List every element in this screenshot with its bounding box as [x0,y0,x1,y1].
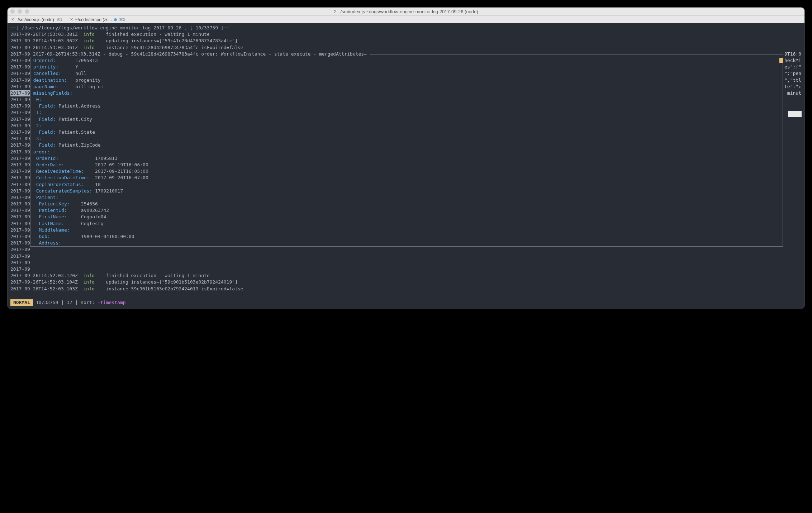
detail-row: Field: Patient.City [33,116,780,123]
gutter-timestamp: 2017-09 [10,181,30,188]
terminal-content[interactable]: ──[ /Users/fcoury/logs/workflow-engine-m… [8,23,804,309]
detail-row: 1: [33,109,780,116]
titlebar[interactable]: 2. ./src/index.js ~/logs/workflow-engine… [8,8,804,15]
gutter-timestamp: 2017-09 [10,129,30,136]
gutter-timestamp: 2017-09 [10,162,30,168]
gutter-timestamp: 2017-09 [10,220,30,227]
peek-fragment: 9T16:0 [784,51,802,57]
detail-panel: 2017-09-26T14:53:03.314Z - debug - 59c41… [30,51,783,272]
gutter-timestamp: 2017-09 [10,260,30,266]
detail-row: ReceivedDateTime: 2017-09-21T16:05:00 [33,168,780,175]
gutter-timestamp: 2017-09 [10,51,30,57]
gutter-timestamp: 2017-09 [10,175,30,181]
tab-shortcut: ⌘2 [119,17,125,22]
gutter-timestamp: 2017-09 [10,227,30,233]
detail-row: destination: progenity [33,77,780,84]
gutter-timestamp: 2017-09 [10,84,30,90]
top-log-lines: 2017-09-26T14:53:03.381Z info finished e… [10,31,802,51]
gutter: 2017-092017-092017-092017-092017-092017-… [10,51,30,272]
peek-fragment: heckMi [784,57,802,64]
peek-fragment: te":"c [784,84,802,90]
tab-label: ~/code/tempo (zs... [75,17,112,22]
detail-row: CopiaOrderStatus: 10 [33,181,780,188]
scrollbar-thumb[interactable] [779,58,783,63]
gutter-timestamp: 2017-09 [10,168,30,175]
detail-row: OrderDate: 2017-09-19T16:06:00 [33,162,780,168]
detail-row: 2: [33,123,780,129]
detail-row: ConcatenatedSamples: 1709210017 [33,188,780,194]
gutter-timestamp: 2017-09 [10,149,30,155]
gutter-timestamp: 2017-09 [10,266,30,272]
tab-shortcut: ⌘1 [56,17,62,22]
gutter-timestamp: 2017-09 [10,64,30,70]
gutter-timestamp: 2017-09 [10,90,30,96]
log-line: 2017-09-26T14:53:03.381Z info finished e… [10,31,802,38]
tab-code-tempo[interactable]: ✕ ~/code/tempo (zs... ⌘2 [66,16,129,23]
detail-row: Field: Patient.Address [33,103,780,109]
gutter-timestamp: 2017-09 [10,96,30,103]
bottom-log-lines: 2017-09-26T14:52:03.120Z info finished e… [10,272,802,292]
vim-mode: NORMAL [10,299,33,306]
detail-row: PatientKey: 254656 [33,201,780,207]
log-line: 2017-09-26T14:52:03.104Z info updating i… [10,279,802,285]
detail-row: priority: Y [33,64,780,70]
peek-fragment: ","ttl [784,77,802,84]
detail-row: CollectionDateTime: 2017-09-20T16:07:00 [33,175,780,181]
gutter-timestamp: 2017-09 [10,109,30,116]
gutter-timestamp: 2017-09 [10,70,30,77]
detail-row: LastName: Cogtestq [33,220,780,227]
detail-row: pageName: billing-ui [33,84,780,90]
status-info: 10/33759 | 37 | sort: -timestamp [33,299,129,306]
log-line: 2017-09-26T14:53:03.361Z info instance 5… [10,44,802,51]
tabbar: ✕ ./src/index.js (node) ⌘1 ✕ ~/code/temp… [8,15,804,23]
detail-row: PatientId: av00263742 [33,207,780,214]
gutter-timestamp: 2017-09 [10,233,30,240]
close-icon[interactable]: ✕ [70,17,73,22]
detail-row: Dob: 1989-04-04T00:00:00 [33,233,780,240]
detail-row: MiddleName: [33,227,780,233]
gutter-timestamp: 2017-09 [10,253,30,260]
gutter-timestamp: 2017-09 [10,214,30,220]
detail-row: missingFields: [33,90,780,96]
detail-row: Field: Patient.ZipCode [33,142,780,148]
detail-row: cancelled: null [33,70,780,77]
peek-fragment: ":"pen [784,70,802,77]
detail-row: FirstName: Cogpatq04 [33,214,780,220]
detail-row: Patient: [33,194,780,201]
gutter-timestamp: 2017-09 [10,240,30,246]
gutter-timestamp: 2017-09 [10,123,30,129]
gutter-timestamp: 2017-09 [10,188,30,194]
detail-row: Field: Patient.State [33,129,780,136]
gutter-timestamp: 2017-09 [10,201,30,207]
right-peek-column: 9T16:0heckMies":{"":"pen","ttlte":"c min… [783,51,802,272]
log-line: 2017-09-26T14:53:03.362Z info updating i… [10,38,802,44]
detail-row: OrderId: 17095813 [33,57,780,64]
detail-row: order: [33,149,780,155]
gutter-timestamp: 2017-09 [10,136,30,142]
log-line: 2017-09-26T14:52:03.120Z info finished e… [10,272,802,279]
gutter-timestamp: 2017-09 [10,155,30,162]
gutter-timestamp: 2017-09 [10,207,30,214]
gutter-timestamp: 2017-09 [10,57,30,64]
detail-row: OrderId: 17095813 [33,155,780,162]
gutter-timestamp: 2017-09 [10,103,30,109]
detail-row: 0: [33,96,780,103]
dirty-dot-icon [114,18,117,21]
statusbar: NORMAL 10/33759 | 37 | sort: -timestamp [10,299,802,306]
gutter-timestamp: 2017-09 [10,142,30,148]
terminal-window: 2. ./src/index.js ~/logs/workflow-engine… [7,7,805,309]
file-header: ──[ /Users/fcoury/logs/workflow-engine-m… [10,25,802,31]
window-title: 2. ./src/index.js ~/logs/workflow-engine… [8,9,804,14]
gutter-timestamp: 2017-09 [10,246,30,253]
peek-fragment: minut [784,90,802,96]
detail-row: Address: [33,240,780,246]
peek-fragment: es":{" [784,64,802,70]
box-body[interactable]: OrderId: 17095813priority: Ycancelled: n… [30,57,783,246]
box-bottom-border [30,246,783,247]
minimap-viewport[interactable] [788,111,802,117]
gutter-timestamp: 2017-09 [10,77,30,84]
detail-row: 3: [33,136,780,142]
tab-src-index[interactable]: ✕ ./src/index.js (node) ⌘1 [8,16,66,23]
close-icon[interactable]: ✕ [11,17,14,22]
gutter-timestamp: 2017-09 [10,116,30,123]
